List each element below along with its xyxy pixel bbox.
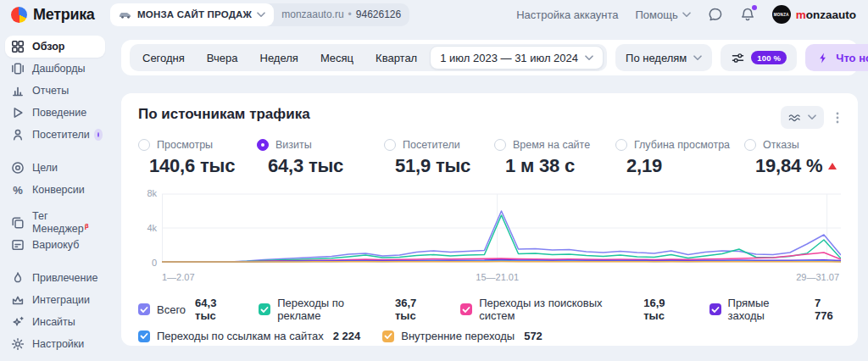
percent-icon: %	[11, 183, 25, 197]
x-label-end: 29—31.07	[796, 272, 839, 282]
sidebar-item-label: Интеграции	[32, 294, 90, 306]
metric-value: 19,84 %	[755, 155, 837, 177]
x-label-middle: 15—21.01	[476, 272, 519, 282]
sidebar-item-conversions[interactable]: % Конверсии	[5, 179, 105, 201]
metric-visits[interactable]: Визиты 64,3 тыс	[257, 139, 384, 177]
wave-chart-icon	[788, 111, 802, 125]
sidebar-item-acquisition[interactable]: Привлечение	[5, 267, 105, 289]
app-logo[interactable]: Метрика	[0, 6, 110, 24]
sidebar: Обзор Дашборды Отчеты Поведение Посетите…	[0, 31, 110, 361]
chevron-down-icon	[682, 12, 691, 18]
checkbox-icon	[460, 303, 472, 315]
sidebar-item-label: Конверсии	[32, 184, 85, 196]
help-menu[interactable]: Помощь	[636, 8, 691, 21]
checkbox-icon	[138, 303, 150, 315]
sidebar-item-label: Тег Менеджерβ	[32, 210, 99, 235]
date-range-value: 1 июл 2023 — 31 июл 2024	[440, 52, 578, 64]
target-icon	[11, 161, 25, 175]
toolbar-right: Что нового Добавить	[805, 44, 868, 71]
sidebar-item-label: Цели	[32, 162, 58, 174]
preset-month[interactable]: Месяц	[309, 52, 364, 64]
chart-zone: 8k 4k 0	[138, 187, 841, 269]
preset-yesterday[interactable]: Вчера	[196, 52, 249, 64]
checkbox-icon	[709, 303, 721, 315]
checkbox-icon	[259, 303, 270, 315]
sidebar-item-label: Привлечение	[32, 272, 97, 284]
sidebar-item-label: Посетители	[32, 129, 90, 141]
app-name: Метрика	[33, 6, 95, 24]
beta-badge: β	[85, 222, 89, 230]
y-tick: 4k	[138, 223, 157, 233]
top-header: Метрика МОНЗА САЙТ ПРОДАЖ monzaauto.ru •…	[0, 0, 868, 29]
legend-direct-traffic[interactable]: Прямые заходы 7 776	[709, 297, 841, 322]
preset-today[interactable]: Сегодня	[131, 52, 196, 64]
radio-icon	[384, 139, 396, 151]
bar-chart-icon	[11, 84, 25, 97]
card-header: По источникам трафика	[138, 106, 841, 129]
sidebar-item-overview[interactable]: Обзор	[5, 36, 105, 58]
sidebar-item-label: Инсайты	[32, 316, 75, 328]
sidebar-item-label: Вариокуб	[32, 239, 79, 251]
preset-week[interactable]: Неделя	[249, 52, 309, 64]
chart-type-select[interactable]	[781, 106, 824, 129]
sidebar-item-integrations[interactable]: Интеграции	[5, 289, 105, 311]
sidebar-item-visitors[interactable]: Посетители	[5, 124, 105, 146]
user-name: monzaauto	[796, 8, 856, 21]
account-settings-link[interactable]: Настройка аккаунта	[516, 8, 618, 21]
sampling-button[interactable]: 100 %	[721, 44, 797, 71]
sidebar-item-goals[interactable]: Цели	[5, 157, 105, 179]
legend-internal-traffic[interactable]: Внутренние переходы 572	[382, 330, 542, 342]
sidebar-item-settings[interactable]: Настройки	[5, 333, 105, 355]
legend-total[interactable]: Всего 64,3 тыс	[138, 297, 236, 322]
chat-icon[interactable]	[708, 7, 723, 22]
variocube-icon	[11, 238, 25, 252]
sidebar-item-label: Дашборды	[32, 63, 86, 75]
sparkles-icon	[11, 315, 25, 329]
sidebar-item-dashboards[interactable]: Дашборды	[5, 58, 105, 80]
legend-ad-traffic[interactable]: Переходы по рекламе 36,7 тыс	[259, 297, 438, 322]
sidebar-item-tag-manager[interactable]: Тег Менеджерβ	[5, 212, 105, 234]
whats-new-button[interactable]: Что нового	[805, 44, 868, 71]
metrika-logo-icon	[11, 7, 27, 23]
increase-icon	[828, 163, 837, 169]
kebab-icon	[836, 112, 839, 124]
y-tick: 0	[138, 258, 157, 268]
granularity-select[interactable]: По неделям	[615, 44, 712, 71]
counter-name: МОНЗА САЙТ ПРОДАЖ	[137, 9, 252, 19]
card-title: По источникам трафика	[138, 106, 310, 123]
notifications-bell-icon[interactable]	[740, 7, 755, 22]
metric-pageviews[interactable]: Просмотры 140,6 тыс	[138, 139, 257, 177]
play-icon	[11, 106, 25, 119]
sidebar-item-variocube[interactable]: Вариокуб	[5, 234, 105, 256]
traffic-chart[interactable]	[162, 187, 841, 269]
counter-select-button[interactable]: МОНЗА САЙТ ПРОДАЖ	[110, 3, 274, 26]
preset-quarter[interactable]: Квартал	[364, 52, 428, 64]
sidebar-item-reports[interactable]: Отчеты	[5, 80, 105, 102]
card-controls	[781, 106, 841, 129]
visitors-notification-dot	[97, 132, 99, 137]
card-more-button[interactable]	[834, 108, 841, 127]
date-preset-group: Сегодня Вчера Неделя Месяц Квартал 1 июл…	[130, 44, 607, 71]
header-actions: Настройка аккаунта Помощь monza monzaaut…	[516, 5, 868, 24]
sidebar-item-behavior[interactable]: Поведение	[5, 102, 105, 124]
sidebar-item-insights[interactable]: Инсайты	[5, 311, 105, 333]
x-axis: 1—2.07 15—21.01 29—31.07	[162, 272, 841, 287]
legend-row-2: Переходы по ссылкам на сайтах 2 224 Внут…	[138, 330, 841, 342]
whats-new-label: Что нового	[836, 52, 868, 64]
counter-domain: monzaauto.ru	[281, 8, 343, 20]
counter-switcher: МОНЗА САЙТ ПРОДАЖ monzaauto.ru • 9462612…	[110, 3, 409, 26]
legend-link-traffic[interactable]: Переходы по ссылкам на сайтах 2 224	[138, 330, 360, 342]
tag-manager-icon	[11, 216, 25, 230]
metric-selector-row: Просмотры 140,6 тыс Визиты 64,3 тыс Посе…	[138, 139, 841, 177]
legend-search-traffic[interactable]: Переходы из поисковых систем 16,9 тыс	[460, 297, 687, 322]
chevron-down-icon	[808, 114, 816, 120]
metric-time-on-site[interactable]: Время на сайте 1 м 38 с	[494, 139, 615, 177]
metric-value: 140,6 тыс	[149, 155, 257, 177]
metric-bounce-rate[interactable]: Отказы 19,84 %	[744, 139, 837, 177]
metric-depth[interactable]: Глубина просмотра 2,19	[615, 139, 744, 177]
date-range-picker[interactable]: 1 июл 2023 — 31 июл 2024	[430, 46, 604, 69]
metric-visitors[interactable]: Посетители 51,9 тыс	[384, 139, 494, 177]
user-menu[interactable]: monza monzaauto	[772, 5, 856, 24]
lightning-icon	[816, 51, 830, 64]
sidebar-item-label: Обзор	[32, 41, 64, 53]
